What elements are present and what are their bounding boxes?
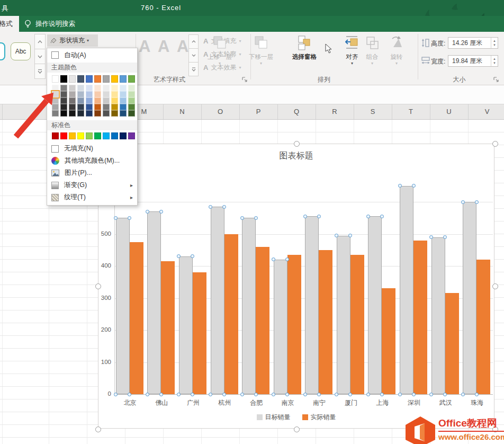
column-header-P[interactable]: P bbox=[252, 108, 265, 116]
actual-sales-bar-广州[interactable] bbox=[193, 272, 206, 394]
theme-color-variant-swatch[interactable] bbox=[103, 85, 110, 91]
theme-color-variant-swatch[interactable] bbox=[120, 97, 127, 104]
standard-color-swatch[interactable] bbox=[86, 132, 93, 139]
theme-color-variant-swatch[interactable] bbox=[52, 110, 59, 117]
series-selection-handle[interactable] bbox=[461, 393, 465, 396]
scroll-down-icon[interactable] bbox=[34, 49, 46, 64]
series-selection-handle[interactable] bbox=[272, 393, 275, 396]
standard-color-swatch[interactable] bbox=[69, 132, 76, 139]
actual-sales-bar-武汉[interactable] bbox=[445, 293, 459, 394]
theme-color-variant-swatch[interactable] bbox=[60, 97, 67, 104]
target-sales-bar-武汉[interactable] bbox=[431, 237, 445, 394]
series-selection-handle[interactable] bbox=[317, 215, 321, 218]
theme-color-variant-swatch[interactable] bbox=[86, 91, 93, 97]
theme-color-variant-swatch[interactable] bbox=[60, 104, 67, 110]
theme-color-swatch[interactable] bbox=[86, 75, 93, 83]
series-selection-handle[interactable] bbox=[222, 393, 226, 396]
series-selection-handle[interactable] bbox=[114, 216, 118, 220]
gradient-fill-item[interactable]: 渐变(G) ▸ bbox=[47, 179, 137, 191]
theme-color-variant-swatch[interactable] bbox=[128, 97, 135, 104]
target-sales-bar-南京[interactable] bbox=[274, 260, 287, 394]
series-selection-handle[interactable] bbox=[285, 393, 289, 396]
theme-color-variant-swatch[interactable] bbox=[69, 91, 76, 97]
standard-color-swatch[interactable] bbox=[120, 132, 127, 139]
scroll-up-icon[interactable] bbox=[34, 34, 46, 49]
target-sales-bar-上海[interactable] bbox=[368, 216, 382, 394]
theme-color-swatch[interactable] bbox=[52, 75, 59, 83]
column-header-U[interactable]: U bbox=[443, 108, 455, 116]
theme-color-variant-swatch[interactable] bbox=[86, 85, 93, 91]
target-sales-bar-佛山[interactable] bbox=[147, 211, 161, 394]
target-sales-bar-广州[interactable] bbox=[179, 256, 193, 394]
actual-sales-bar-深圳[interactable] bbox=[413, 241, 427, 394]
theme-color-variant-swatch[interactable] bbox=[86, 97, 93, 104]
bring-forward-button[interactable]: 上移一层 ▾ bbox=[199, 34, 240, 66]
theme-color-variant-swatch[interactable] bbox=[94, 85, 101, 91]
theme-color-variant-swatch[interactable] bbox=[77, 91, 84, 97]
series-selection-handle[interactable] bbox=[146, 210, 149, 214]
target-sales-bar-合肥[interactable] bbox=[242, 218, 256, 394]
theme-color-variant-swatch[interactable] bbox=[52, 97, 59, 104]
series-selection-handle[interactable] bbox=[335, 393, 338, 396]
series-selection-handle[interactable] bbox=[366, 215, 370, 218]
column-header-M[interactable]: M bbox=[138, 108, 150, 116]
gallery-more-icon[interactable] bbox=[188, 62, 199, 76]
size-dialog-launcher-icon[interactable] bbox=[493, 76, 499, 83]
height-input[interactable]: 14.26 厘米 ▲▼ bbox=[448, 37, 498, 49]
series-selection-handle[interactable] bbox=[240, 393, 244, 396]
series-selection-handle[interactable] bbox=[429, 393, 433, 396]
standard-color-swatch[interactable] bbox=[111, 132, 118, 139]
theme-color-variant-swatch[interactable] bbox=[60, 110, 67, 117]
chart-resize-handle[interactable] bbox=[294, 427, 300, 432]
series-selection-handle[interactable] bbox=[412, 184, 416, 188]
series-selection-handle[interactable] bbox=[475, 200, 479, 204]
theme-color-variant-swatch[interactable] bbox=[128, 91, 135, 97]
theme-color-variant-swatch[interactable] bbox=[94, 97, 101, 104]
theme-color-variant-swatch[interactable] bbox=[120, 104, 127, 110]
actual-sales-bar-南宁[interactable] bbox=[319, 250, 332, 394]
series-selection-handle[interactable] bbox=[398, 184, 402, 188]
target-sales-bar-杭州[interactable] bbox=[211, 207, 224, 394]
wordart-scrollbar[interactable] bbox=[188, 35, 199, 76]
target-sales-bar-北京[interactable] bbox=[116, 218, 130, 394]
series-selection-handle[interactable] bbox=[475, 393, 479, 396]
wordart-style-thumbnail[interactable]: A bbox=[139, 37, 150, 56]
theme-color-variant-swatch[interactable] bbox=[86, 104, 93, 110]
theme-color-swatch[interactable] bbox=[69, 75, 76, 83]
theme-color-swatch[interactable] bbox=[60, 75, 67, 83]
theme-color-variant-swatch[interactable] bbox=[103, 110, 110, 117]
theme-color-variant-swatch[interactable] bbox=[94, 104, 101, 110]
standard-color-swatch[interactable] bbox=[77, 132, 84, 139]
theme-color-variant-swatch[interactable] bbox=[120, 91, 127, 97]
height-spinner[interactable]: ▲▼ bbox=[491, 38, 498, 48]
selection-pane-button[interactable]: 选择窗格 bbox=[284, 34, 325, 61]
target-sales-bar-深圳[interactable] bbox=[400, 186, 413, 394]
theme-color-variant-swatch[interactable] bbox=[69, 104, 76, 110]
theme-color-variant-swatch[interactable] bbox=[77, 97, 84, 104]
column-header-Q[interactable]: Q bbox=[290, 108, 303, 116]
theme-color-variant-swatch[interactable] bbox=[77, 104, 84, 110]
legend-item[interactable]: 实际销量 bbox=[302, 413, 336, 422]
theme-color-variant-swatch[interactable] bbox=[69, 97, 76, 104]
shape-style-thumbnail[interactable] bbox=[0, 42, 5, 60]
theme-color-variant-swatch[interactable] bbox=[128, 85, 135, 91]
theme-color-variant-swatch[interactable] bbox=[111, 110, 118, 117]
series-selection-handle[interactable] bbox=[128, 216, 131, 220]
shape-style-abc[interactable]: Abc bbox=[11, 42, 31, 60]
actual-sales-bar-珠海[interactable] bbox=[476, 260, 490, 394]
wordart-style-thumbnail[interactable]: A bbox=[177, 37, 188, 56]
theme-color-variant-swatch[interactable] bbox=[86, 110, 93, 117]
series-selection-handle[interactable] bbox=[303, 215, 307, 218]
fill-auto-item[interactable]: 自动(A) bbox=[47, 48, 137, 62]
theme-color-variant-swatch[interactable] bbox=[111, 85, 118, 91]
texture-fill-item[interactable]: 纹理(T) ▸ bbox=[47, 191, 137, 203]
series-selection-handle[interactable] bbox=[240, 216, 244, 220]
target-sales-bar-南宁[interactable] bbox=[305, 216, 319, 394]
series-selection-handle[interactable] bbox=[348, 234, 352, 237]
actual-sales-bar-南京[interactable] bbox=[287, 255, 301, 394]
actual-sales-bar-上海[interactable] bbox=[382, 288, 395, 394]
theme-color-swatch[interactable] bbox=[128, 75, 135, 83]
series-selection-handle[interactable] bbox=[114, 393, 118, 396]
series-selection-handle[interactable] bbox=[443, 235, 447, 239]
width-input[interactable]: 19.84 厘米 ▲▼ bbox=[448, 55, 498, 67]
